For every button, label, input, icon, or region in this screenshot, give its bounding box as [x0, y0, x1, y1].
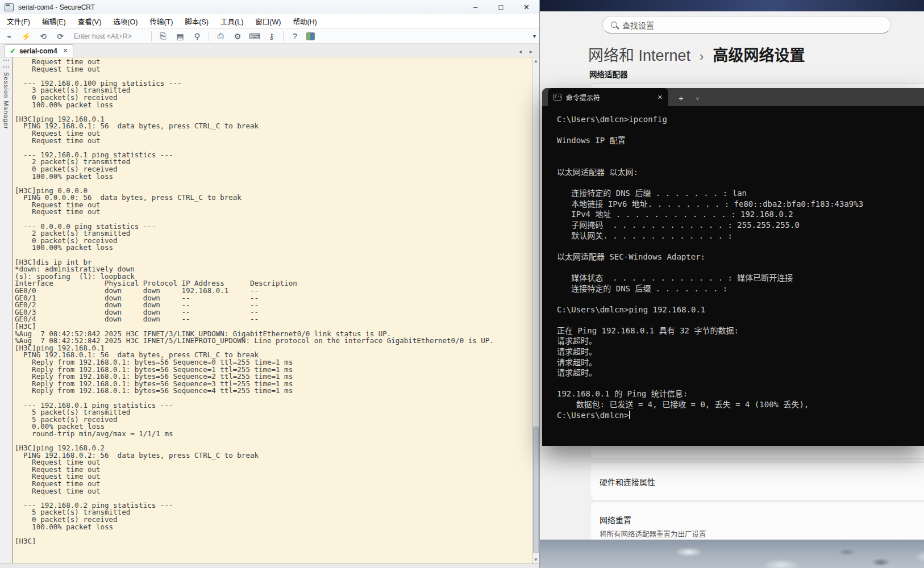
securecrt-window-title: serial-com4 - SecureCRT [18, 3, 463, 11]
wallpaper-bottom-strip [540, 540, 924, 568]
securecrt-bottom-edge [0, 563, 539, 568]
enter-host-input[interactable]: Enter host <Alt+R> [72, 32, 145, 40]
menu-options[interactable]: 选项(O) [113, 16, 138, 27]
search-icon [611, 22, 617, 28]
text-cursor [629, 411, 630, 419]
wallpaper-top-strip [540, 0, 924, 11]
page-title: 高级网络设置 [713, 43, 805, 65]
cmd-prompt: C:\Users\dmlcn> [542, 411, 629, 420]
tab-close-icon[interactable]: ✕ [63, 47, 68, 55]
breadcrumb-parent[interactable]: 网络和 Internet [588, 43, 690, 65]
print-icon[interactable]: ⎙ [215, 31, 226, 41]
hardware-properties-label: 硬件和连接属性 [600, 476, 924, 487]
securecrt-tabbar: ✓ serial-com4 ✕ ◂ ▸ [0, 44, 539, 57]
securecrt-window: serial-com4 - SecureCRT – □ ✕ 文件(F) 编辑(E… [0, 0, 540, 568]
connected-check-icon: ✓ [10, 47, 16, 55]
terminal-output: Request time out Request time out --- 19… [13, 57, 532, 545]
menu-transfer[interactable]: 传输(T) [149, 16, 173, 27]
cmd-tab-title: 命令提示符 [566, 93, 653, 102]
session-app-icon[interactable] [306, 32, 315, 40]
network-adapters-label: 网络适配器 [589, 68, 628, 80]
network-reset-description: 将所有网络适配器重置为出厂设置 [600, 528, 924, 539]
tab-scroll-left-icon[interactable]: ◂ [519, 48, 522, 55]
menu-script[interactable]: 脚本(S) [185, 16, 209, 27]
securecrt-toolbar: ⌁ ⚡ ⟲ ⟳ Enter host <Alt+R> ⎘ ▤ ⚲ ⎙ ⚙ ⌨ ⚷… [0, 29, 539, 44]
paste-icon[interactable]: ▤ [174, 32, 186, 41]
session-manager-label: Session Manager [3, 72, 10, 130]
maximize-button[interactable]: □ [488, 0, 514, 14]
keyboard-icon[interactable]: ⌨ [249, 32, 260, 41]
menu-window[interactable]: 窗口(W) [255, 16, 281, 27]
copy-icon[interactable]: ⎘ [157, 31, 169, 41]
find-icon[interactable]: ⚲ [192, 32, 203, 41]
securecrt-terminal[interactable]: Request time out Request time out --- 19… [13, 57, 532, 563]
scroll-up-icon[interactable]: ▲ [532, 59, 539, 64]
settings-search-box[interactable]: 查找设置 [602, 16, 891, 34]
menu-file[interactable]: 文件(F) [7, 16, 30, 27]
help-icon[interactable]: ? [289, 32, 301, 41]
cmd-prompt-icon: C:\ [553, 94, 561, 101]
scrollbar-thumb[interactable] [533, 427, 539, 553]
chevron-right-icon: › [700, 49, 704, 64]
terminal-window: C:\ 命令提示符 ✕ + ˅ C:\Users\dmlcn>ipconfig … [542, 88, 924, 446]
quick-connect-icon[interactable]: ⚡ [20, 32, 32, 41]
disconnect-icon[interactable]: ⟳ [55, 32, 66, 41]
session-tab-label: serial-com4 [19, 47, 57, 55]
hardware-properties-card[interactable]: 硬件和连接属性 [590, 462, 924, 500]
network-reset-label: 网络重置 [600, 514, 924, 525]
new-tab-button[interactable]: + [679, 93, 684, 103]
reconnect-icon[interactable]: ⟲ [38, 32, 49, 41]
close-button[interactable]: ✕ [514, 0, 539, 14]
session-manager-grip-icon [3, 60, 9, 68]
terminal-scrollbar[interactable]: ▲ ▼ [532, 57, 539, 563]
toolbar-separator [209, 31, 209, 41]
connect-icon[interactable]: ⌁ [3, 32, 15, 41]
session-manager-strip[interactable]: Session Manager [0, 57, 13, 563]
terminal-tabbar[interactable]: C:\ 命令提示符 ✕ + ˅ [542, 88, 924, 106]
tab-scroll-right-icon[interactable]: ▸ [530, 48, 532, 55]
menu-help[interactable]: 帮助(H) [293, 16, 317, 27]
toolbar-separator [283, 31, 284, 41]
securecrt-menubar: 文件(F) 编辑(E) 查看(V) 选项(O) 传输(T) 脚本(S) 工具(L… [0, 14, 539, 29]
search-placeholder: 查找设置 [622, 19, 654, 31]
key-icon[interactable]: ⚷ [266, 32, 277, 41]
cmd-output-area[interactable]: C:\Users\dmlcn>ipconfig Windows IP 配置 以太… [542, 106, 924, 446]
session-tab-serial-com4[interactable]: ✓ serial-com4 ✕ [5, 44, 73, 57]
options-gear-icon[interactable]: ⚙ [232, 32, 243, 41]
securecrt-app-icon [5, 3, 14, 11]
toolbar-separator [151, 31, 152, 41]
tab-dropdown-icon[interactable]: ˅ [696, 96, 699, 102]
cmd-tab[interactable]: C:\ 命令提示符 ✕ [548, 88, 668, 106]
menu-tools[interactable]: 工具(L) [220, 16, 243, 27]
toolbar-overflow-icon[interactable]: ▾ [533, 33, 536, 39]
securecrt-titlebar[interactable]: serial-com4 - SecureCRT – □ ✕ [0, 0, 539, 14]
cmd-output: C:\Users\dmlcn>ipconfig Windows IP 配置 以太… [542, 106, 924, 410]
menu-view[interactable]: 查看(V) [78, 16, 102, 27]
breadcrumb: 网络和 Internet › 高级网络设置 [588, 43, 805, 65]
scroll-down-icon[interactable]: ▼ [532, 557, 539, 562]
minimize-button[interactable]: – [463, 0, 488, 14]
cmd-tab-close-icon[interactable]: ✕ [657, 94, 663, 101]
menu-edit[interactable]: 编辑(E) [42, 16, 66, 27]
